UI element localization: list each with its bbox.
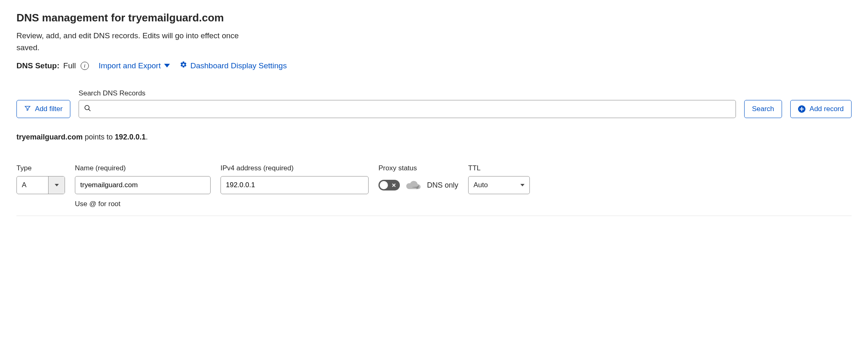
search-input[interactable] — [95, 100, 731, 118]
type-select-handle[interactable] — [48, 176, 65, 194]
cloud-icon — [406, 181, 421, 190]
search-icon — [84, 104, 91, 114]
add-record-button[interactable]: Add record — [790, 100, 852, 118]
name-label: Name (required) — [75, 154, 211, 173]
points-to-suffix: . — [146, 133, 148, 141]
name-input-wrap[interactable] — [75, 176, 211, 194]
points-to-middle: points to — [83, 133, 115, 141]
chevron-down-icon — [520, 184, 525, 186]
dns-setup-label: DNS Setup: — [16, 61, 60, 70]
ip-input-wrap[interactable] — [220, 176, 369, 194]
points-to-summary: tryemailguard.com points to 192.0.0.1. — [16, 133, 852, 142]
type-field: Type A — [16, 154, 65, 194]
page-title-prefix: DNS management for — [16, 12, 128, 24]
dns-setup: DNS Setup: Full i — [16, 61, 89, 70]
funnel-icon — [24, 105, 31, 114]
search-button-label: Search — [752, 105, 774, 113]
ip-field: IPv4 address (required) — [220, 154, 369, 194]
display-settings-label: Dashboard Display Settings — [190, 61, 287, 70]
add-filter-button[interactable]: Add filter — [16, 100, 70, 118]
plus-icon — [798, 105, 805, 113]
proxy-label: Proxy status — [378, 154, 458, 173]
import-export-link[interactable]: Import and Export — [99, 61, 170, 70]
svg-line-1 — [88, 109, 91, 111]
ip-label: IPv4 address (required) — [220, 154, 369, 173]
proxy-field: Proxy status ✕ DNS only — [378, 154, 458, 194]
search-button[interactable]: Search — [744, 100, 782, 118]
type-select[interactable]: A — [16, 176, 65, 194]
record-editor: Type A Name (required) Use @ for root IP… — [16, 154, 852, 216]
add-filter-label: Add filter — [35, 105, 63, 113]
display-settings-link[interactable]: Dashboard Display Settings — [180, 61, 287, 70]
name-field: Name (required) Use @ for root — [75, 154, 211, 208]
type-label: Type — [16, 154, 65, 173]
chevron-down-icon — [55, 184, 59, 186]
chevron-down-icon — [164, 64, 170, 67]
points-to-domain: tryemailguard.com — [16, 133, 83, 141]
search-input-container[interactable] — [79, 100, 736, 118]
page-title-domain: tryemailguard.com — [128, 12, 224, 24]
ttl-field: TTL Auto — [468, 154, 530, 194]
proxy-toggle[interactable]: ✕ — [378, 180, 400, 190]
dns-setup-value: Full — [63, 61, 76, 70]
points-to-ip: 192.0.0.1 — [115, 133, 146, 141]
ttl-value: Auto — [473, 181, 488, 189]
type-value: A — [17, 176, 48, 194]
add-record-label: Add record — [810, 105, 844, 113]
toggle-knob — [380, 181, 388, 189]
ttl-label: TTL — [468, 154, 530, 173]
proxy-status-text: DNS only — [427, 181, 458, 190]
name-hint: Use @ for root — [75, 200, 211, 208]
gear-icon — [180, 61, 187, 70]
search-label: Search DNS Records — [79, 89, 736, 98]
ttl-select[interactable]: Auto — [468, 176, 530, 194]
name-input[interactable] — [80, 181, 205, 189]
page-title: DNS management for tryemailguard.com — [16, 12, 852, 24]
svg-point-0 — [85, 105, 89, 110]
close-icon: ✕ — [392, 182, 396, 188]
page-subtitle: Review, add, and edit DNS records. Edits… — [16, 30, 263, 53]
import-export-label: Import and Export — [99, 61, 161, 70]
ip-input[interactable] — [226, 181, 363, 189]
info-icon[interactable]: i — [81, 62, 89, 70]
